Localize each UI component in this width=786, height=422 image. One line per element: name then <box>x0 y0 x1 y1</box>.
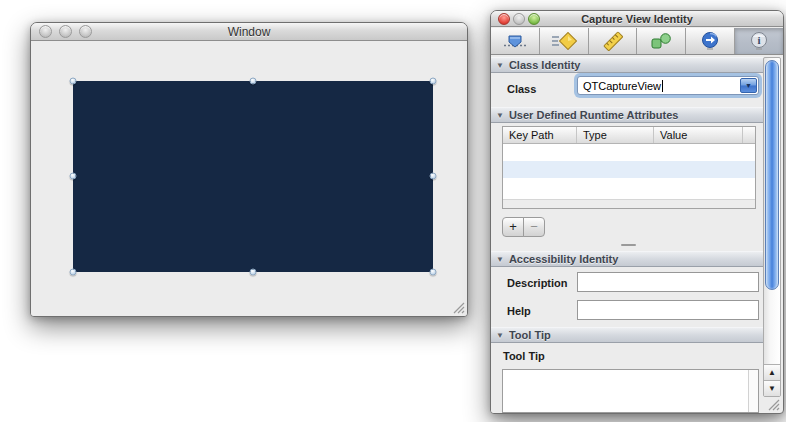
table-row[interactable] <box>503 161 755 178</box>
close-button[interactable] <box>498 13 510 25</box>
column-header-blank <box>743 127 755 143</box>
inspector-window: Capture View Identity <box>490 10 784 414</box>
column-header-value[interactable]: Value <box>654 127 743 143</box>
inspector-scrollbar[interactable]: ▲ ▼ <box>763 57 781 397</box>
help-field[interactable] <box>577 300 759 320</box>
chevron-down-icon: ▼ <box>745 82 752 89</box>
runtime-attributes-table[interactable]: Key Path Type Value <box>502 126 756 209</box>
column-header-type[interactable]: Type <box>577 127 654 143</box>
qtcaptureview-view[interactable] <box>73 81 433 272</box>
class-combo-box[interactable]: QTCaptureView ▼ <box>577 76 759 95</box>
selection-handle-mid-left[interactable] <box>70 173 77 180</box>
section-title: Class Identity <box>509 59 581 71</box>
zoom-button[interactable] <box>79 25 92 38</box>
traffic-lights <box>498 13 540 25</box>
attributes-inspector-button[interactable] <box>491 28 540 54</box>
section-title: User Defined Runtime Attributes <box>509 109 679 121</box>
inspector-titlebar[interactable]: Capture View Identity <box>491 11 783 27</box>
section-title: Accessibility Identity <box>509 253 618 265</box>
effects-icon <box>551 32 577 50</box>
column-header-keypath[interactable]: Key Path <box>503 127 577 143</box>
scrollbar-thumb[interactable] <box>765 60 779 290</box>
accessibility-section-header[interactable]: ▼ Accessibility Identity <box>491 251 763 267</box>
size-ruler-icon <box>602 31 624 51</box>
add-attribute-button[interactable]: + <box>502 217 524 237</box>
resize-grip-icon[interactable] <box>451 300 465 314</box>
selection-handle-top-left[interactable] <box>70 78 77 85</box>
runtime-attributes-section-header[interactable]: ▼ User Defined Runtime Attributes <box>491 107 763 123</box>
resize-grip-icon[interactable] <box>766 398 780 411</box>
selection-handle-bottom-mid[interactable] <box>250 269 257 276</box>
class-identity-section-header[interactable]: ▼ Class Identity <box>491 57 763 73</box>
class-label: Class <box>507 83 536 95</box>
design-window-title: Window <box>31 23 467 41</box>
table-scroll-strip <box>503 199 755 208</box>
inspector-toolbar: i <box>491 28 783 55</box>
attributes-icon <box>502 33 528 50</box>
minimize-button[interactable] <box>513 13 525 25</box>
selection-handle-top-mid[interactable] <box>250 78 257 85</box>
minimize-button[interactable] <box>59 25 72 38</box>
disclosure-triangle-icon[interactable]: ▼ <box>496 111 504 120</box>
tooltip-textarea[interactable] <box>502 369 759 413</box>
inspector-content: ▼ Class Identity Class QTCaptureView ▼ ▼… <box>491 55 763 413</box>
remove-attribute-button[interactable]: − <box>523 217 545 237</box>
selection-handle-bottom-right[interactable] <box>430 269 437 276</box>
svg-text:i: i <box>758 34 761 46</box>
selection-handle-top-right[interactable] <box>430 78 437 85</box>
scroll-up-button[interactable]: ▲ <box>764 364 780 380</box>
class-value-text: QTCaptureView <box>578 80 661 92</box>
effects-inspector-button[interactable] <box>540 28 589 54</box>
connections-inspector-button[interactable] <box>686 28 735 54</box>
description-label: Description <box>507 277 568 289</box>
disclosure-triangle-icon[interactable]: ▼ <box>496 255 504 264</box>
scroll-down-button[interactable]: ▼ <box>764 380 780 396</box>
text-caret <box>662 80 663 92</box>
zoom-button[interactable] <box>528 13 540 25</box>
table-row[interactable] <box>503 178 755 195</box>
selection-handle-mid-right[interactable] <box>430 173 437 180</box>
close-button[interactable] <box>39 25 52 38</box>
size-inspector-button[interactable] <box>589 28 638 54</box>
disclosure-triangle-icon[interactable]: ▼ <box>496 61 504 70</box>
selection-handle-bottom-left[interactable] <box>70 269 77 276</box>
table-row[interactable] <box>503 144 755 161</box>
identity-inspector-button[interactable]: i <box>735 28 783 54</box>
help-label: Help <box>507 305 531 317</box>
section-title: Tool Tip <box>509 329 551 341</box>
combo-dropdown-button[interactable]: ▼ <box>740 78 757 93</box>
info-icon: i <box>749 31 769 51</box>
design-window-titlebar[interactable]: Window <box>31 23 467 41</box>
bindings-inspector-button[interactable] <box>637 28 686 54</box>
bindings-icon <box>649 32 673 50</box>
disclosure-triangle-icon[interactable]: ▼ <box>496 331 504 340</box>
table-header-row: Key Path Type Value <box>503 127 755 144</box>
traffic-lights <box>39 25 92 38</box>
design-window: Window <box>30 22 468 317</box>
description-field[interactable] <box>577 272 759 292</box>
tooltip-label: Tool Tip <box>503 350 545 362</box>
textarea-scrollbar[interactable] <box>748 370 758 412</box>
connections-arrow-icon <box>700 31 720 51</box>
tooltip-section-header[interactable]: ▼ Tool Tip <box>491 327 763 343</box>
pane-splitter-handle[interactable] <box>621 244 636 246</box>
design-window-canvas[interactable] <box>31 42 467 316</box>
